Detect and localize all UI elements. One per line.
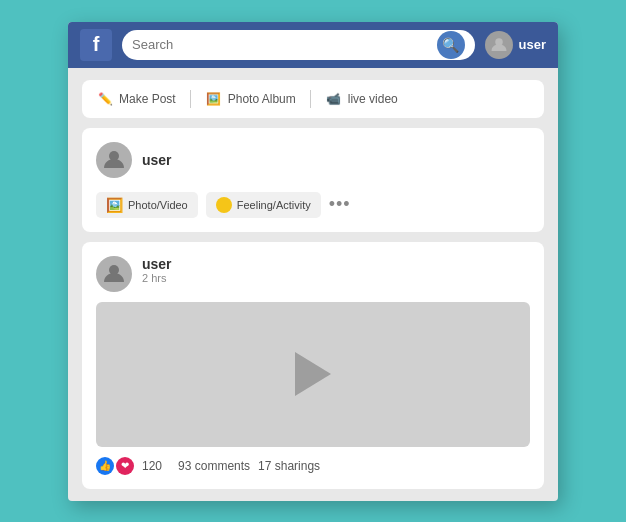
video-player[interactable] (96, 302, 530, 447)
make-post-action[interactable]: ✏️ Make Post (96, 92, 176, 106)
post-username: user (142, 256, 172, 272)
user-nav[interactable]: user (485, 31, 546, 59)
feeling-label: Feeling/Activity (237, 199, 311, 211)
post-actions: 🖼️ Photo/Video Feeling/Activity ••• (96, 192, 530, 218)
search-input[interactable] (132, 37, 429, 52)
post-composer-card: user 🖼️ Photo/Video Feeling/Activity ••• (82, 128, 544, 232)
like-icon: 👍 (96, 457, 114, 475)
share-count: 17 sharings (258, 459, 320, 473)
play-button-icon[interactable] (295, 352, 331, 396)
search-icon: 🔍 (442, 37, 459, 53)
browser-window: f 🔍 user ✏️ Make Post (68, 22, 558, 501)
search-button[interactable]: 🔍 (437, 31, 465, 59)
navbar: f 🔍 user (68, 22, 558, 68)
video-post-header: user 2 hrs (96, 256, 530, 292)
divider-1 (190, 90, 191, 108)
photo-video-icon: 🖼️ (106, 197, 123, 213)
photo-video-button[interactable]: 🖼️ Photo/Video (96, 192, 198, 218)
video-icon: 📹 (325, 92, 343, 106)
feeling-icon (216, 197, 232, 213)
divider-2 (310, 90, 311, 108)
comment-count: 93 comments (178, 459, 250, 473)
more-options-button[interactable]: ••• (329, 194, 351, 215)
post-time: 2 hrs (142, 272, 172, 284)
pencil-icon: ✏️ (96, 92, 114, 106)
nav-username: user (519, 37, 546, 52)
avatar (96, 256, 132, 292)
avatar (96, 142, 132, 178)
avatar (485, 31, 513, 59)
make-post-label: Make Post (119, 92, 176, 106)
composer-username: user (142, 152, 172, 168)
live-video-label: live video (348, 92, 398, 106)
photo-video-label: Photo/Video (128, 199, 188, 211)
search-bar: 🔍 (122, 30, 475, 60)
feeling-activity-button[interactable]: Feeling/Activity (206, 192, 321, 218)
reaction-icons: 👍 ❤ (96, 457, 134, 475)
facebook-logo[interactable]: f (80, 29, 112, 61)
love-icon: ❤ (116, 457, 134, 475)
content-area: ✏️ Make Post 🖼️ Photo Album 📹 live video (68, 68, 558, 501)
live-video-action[interactable]: 📹 live video (325, 92, 398, 106)
post-composer-header: user (96, 142, 530, 178)
action-bar: ✏️ Make Post 🖼️ Photo Album 📹 live video (82, 80, 544, 118)
photo-album-action[interactable]: 🖼️ Photo Album (205, 92, 296, 106)
video-post-card: user 2 hrs 👍 ❤ 120 93 comments 17 sharin… (82, 242, 544, 489)
like-count: 120 (142, 459, 162, 473)
photo-icon: 🖼️ (205, 92, 223, 106)
photo-album-label: Photo Album (228, 92, 296, 106)
post-stats: 👍 ❤ 120 93 comments 17 sharings (96, 457, 530, 475)
username-block: user 2 hrs (142, 256, 172, 284)
